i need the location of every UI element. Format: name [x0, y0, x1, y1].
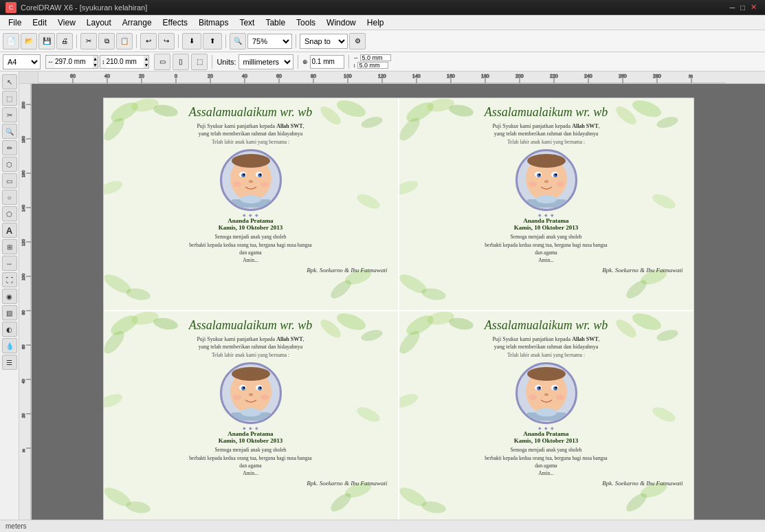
- svg-text:80: 80: [311, 74, 316, 78]
- svg-point-66: [334, 98, 367, 120]
- ellipse-tool[interactable]: ○: [2, 190, 17, 205]
- height-down[interactable]: ▼: [144, 62, 148, 68]
- smart-draw-tool[interactable]: ⬡: [2, 157, 17, 172]
- crop-tool[interactable]: ✂: [2, 107, 17, 122]
- card-4-photo-frame: [515, 362, 577, 424]
- svg-point-72: [328, 277, 354, 301]
- left-ruler: 200 180 160 140 120 100 80 60 40 20 m: [19, 84, 32, 520]
- svg-point-120: [359, 328, 384, 343]
- svg-text:60: 60: [276, 74, 282, 78]
- menu-edit[interactable]: Edit: [27, 16, 52, 29]
- svg-text:160: 160: [21, 170, 25, 177]
- table-tool[interactable]: ⊞: [2, 239, 17, 254]
- close-btn[interactable]: ✕: [751, 3, 757, 12]
- svg-text:40: 40: [21, 379, 25, 384]
- zoom-select[interactable]: 75% 100% 50%: [247, 34, 292, 49]
- dimension-tool[interactable]: ↔: [2, 256, 17, 271]
- menu-window[interactable]: Window: [321, 16, 362, 29]
- sep-t2: [212, 55, 212, 69]
- connector-tool[interactable]: ⛶: [2, 272, 17, 287]
- snap-select[interactable]: Snap to: [300, 34, 348, 49]
- menu-view[interactable]: View: [52, 16, 81, 29]
- menu-text[interactable]: Text: [234, 16, 260, 29]
- card-2-name: Ananda Pratama: [523, 217, 568, 224]
- menu-tools[interactable]: Tools: [291, 16, 321, 29]
- h-spacing-input[interactable]: [360, 54, 391, 61]
- card-4-dots: ◆ ◆ ◆: [538, 425, 554, 430]
- text-tool[interactable]: A: [2, 223, 17, 238]
- new-btn[interactable]: 📄: [3, 33, 19, 49]
- page-size-select[interactable]: A4: [3, 54, 41, 69]
- height-spinbox[interactable]: ↕ ▲ ▼: [100, 55, 149, 69]
- dropper-tool[interactable]: 💧: [2, 338, 17, 353]
- menu-table[interactable]: Table: [260, 16, 291, 29]
- cut-btn[interactable]: ✂: [80, 33, 97, 49]
- svg-text:40: 40: [104, 74, 110, 78]
- zoom-btn[interactable]: 🔍: [230, 33, 246, 49]
- fill-tool[interactable]: ▧: [2, 305, 17, 320]
- shape-tool[interactable]: ⬚: [2, 91, 17, 106]
- height-input[interactable]: [106, 56, 144, 68]
- maximize-btn[interactable]: □: [740, 3, 745, 12]
- portrait-btn[interactable]: ▭: [154, 54, 170, 70]
- card-2-photo-frame: [515, 149, 577, 211]
- rectangle-tool[interactable]: ▭: [2, 173, 17, 188]
- svg-point-92: [630, 98, 663, 120]
- import-btn[interactable]: ⬇: [182, 33, 201, 49]
- v-spacing-icon: ↕: [353, 63, 356, 69]
- svg-text:160: 160: [447, 74, 455, 78]
- birth-card-4: Assalamualaikum wr. wb Puji Syukur kami …: [399, 311, 694, 520]
- print-btn[interactable]: 🖨: [56, 33, 73, 49]
- svg-text:280: 280: [653, 74, 661, 78]
- svg-point-151: [399, 391, 420, 410]
- nudge-input[interactable]: [310, 55, 344, 69]
- sep4: [225, 34, 226, 48]
- snap-opt-btn[interactable]: ⚙: [349, 33, 366, 49]
- menu-effects[interactable]: Effects: [157, 16, 193, 29]
- freehand-tool[interactable]: ✏: [2, 140, 17, 155]
- width-input[interactable]: [55, 56, 93, 68]
- menu-help[interactable]: Help: [362, 16, 390, 29]
- card-3-prayer: Semoga menjadi anak yang sholeh berbakti…: [189, 446, 311, 477]
- svg-point-114: [107, 311, 140, 338]
- v-spacing-input[interactable]: [357, 62, 388, 69]
- svg-point-62: [107, 98, 140, 125]
- smart-fill-tool[interactable]: ◐: [2, 322, 17, 337]
- menu-arrange[interactable]: Arrange: [117, 16, 157, 29]
- redo-btn[interactable]: ↪: [158, 33, 175, 49]
- frame-deco-2: [515, 149, 577, 211]
- select-tool[interactable]: ↖: [2, 74, 17, 89]
- height-up[interactable]: ▲: [144, 56, 148, 62]
- svg-point-73: [104, 178, 124, 197]
- width-down[interactable]: ▼: [93, 62, 98, 68]
- canvas-area[interactable]: Assalamualaikum wr. wb Puji Syukur kami …: [32, 84, 765, 520]
- undo-btn[interactable]: ↩: [140, 33, 157, 49]
- landscape-btn[interactable]: ▯: [173, 54, 189, 70]
- polygon-tool[interactable]: ⬠: [2, 206, 17, 221]
- units-label: Units:: [217, 58, 236, 66]
- minimize-btn[interactable]: ─: [730, 3, 735, 12]
- export-btn[interactable]: ⬆: [203, 33, 222, 49]
- width-spinbox[interactable]: ↔ ▲ ▼: [45, 55, 98, 69]
- width-up[interactable]: ▲: [93, 56, 98, 62]
- blend-tool[interactable]: ◉: [2, 289, 17, 304]
- units-select[interactable]: millimeters: [239, 54, 293, 69]
- menu-layout[interactable]: Layout: [81, 16, 117, 29]
- zoom-tool[interactable]: 🔍: [2, 124, 17, 139]
- interactive-tool[interactable]: ☰: [2, 355, 17, 370]
- menu-file[interactable]: File: [3, 16, 27, 29]
- paste-btn[interactable]: 📋: [116, 33, 133, 49]
- open-btn[interactable]: 📂: [21, 33, 37, 49]
- card-4-signature: Bpk. Soekarno & Ibu Fatmawati: [410, 480, 683, 487]
- card-1-dots: ◆ ◆ ◆: [243, 212, 258, 217]
- svg-text:m: m: [689, 74, 693, 78]
- save-btn[interactable]: 💾: [38, 33, 55, 49]
- card-4-subtitle: Telah lahir anak kami yang bernama :: [507, 352, 585, 358]
- property-toolbar: A4 ↔ ▲ ▼ ↕ ▲ ▼ ▭ ▯ ⬚ Units: millimeters …: [0, 52, 765, 71]
- main-toolbar: 📄 📂 💾 🖨 ✂ ⧉ 📋 ↩ ↪ ⬇ ⬆ 🔍 75% 100% 50% Sna…: [0, 30, 765, 52]
- copy-btn[interactable]: ⧉: [98, 33, 115, 49]
- card-2-date: Kamis, 10 Oktober 2013: [514, 224, 578, 231]
- menu-bar: File Edit View Layout Arrange Effects Bi…: [0, 15, 765, 30]
- page-options-btn[interactable]: ⬚: [191, 54, 208, 70]
- menu-bitmaps[interactable]: Bitmaps: [193, 16, 234, 29]
